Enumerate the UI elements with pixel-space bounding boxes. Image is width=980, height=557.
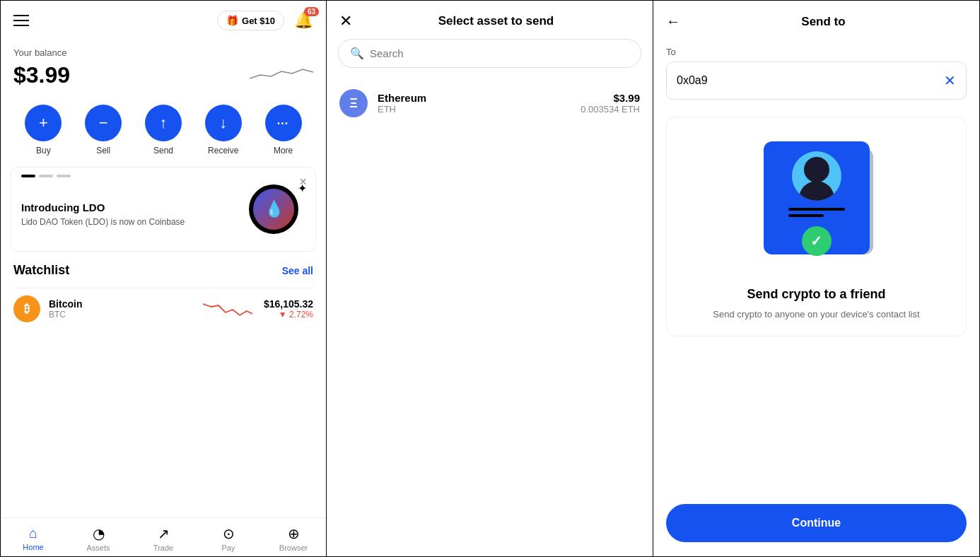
left-panel: 🎁 Get $10 🔔 63 Your balance $3.99 + Buy … <box>0 0 327 557</box>
pay-icon: ⊙ <box>223 525 235 542</box>
right-panel: ← Send to To 0x0a9 ✕ <box>653 0 980 557</box>
nav-assets[interactable]: ◔ Assets <box>66 518 131 556</box>
address-value: 0x0a9 <box>677 74 944 87</box>
address-input-row: 0x0a9 ✕ <box>666 61 967 100</box>
middle-header: ✕ Select asset to send <box>327 1 653 39</box>
balance-section: Your balance $3.99 <box>1 40 326 99</box>
nav-assets-label: Assets <box>86 544 110 552</box>
trade-icon: ↗ <box>158 525 170 542</box>
buy-icon: + <box>25 105 62 141</box>
bitcoin-price-info: $16,105.32 ▼ 2.72% <box>264 298 313 319</box>
middle-panel-title: Select asset to send <box>352 14 640 28</box>
bottom-nav: ⌂ Home ◔ Assets ↗ Trade ⊙ Pay ⊕ Browser <box>1 517 326 556</box>
promo-text: Introducing LDO Lido DAO Token (LDO) is … <box>21 201 185 228</box>
nav-pay-label: Pay <box>222 544 235 552</box>
clear-address-button[interactable]: ✕ <box>944 72 956 89</box>
sell-label: Sell <box>96 146 110 156</box>
sell-button[interactable]: − Sell <box>85 105 122 156</box>
buy-label: Buy <box>36 146 51 156</box>
ldo-inner: 💧 <box>253 189 294 230</box>
right-header: ← Send to <box>653 1 979 40</box>
promo-dot-3 <box>57 175 71 177</box>
ethereum-asset-item[interactable]: Ξ Ethereum ETH $3.99 0.003534 ETH <box>327 79 653 127</box>
watchlist-title: Watchlist <box>13 263 69 278</box>
more-icon: ••• <box>265 105 302 141</box>
buy-button[interactable]: + Buy <box>25 105 62 156</box>
bitcoin-icon: ₿ <box>13 295 40 322</box>
promo-description: Lido DAO Token (LDO) is now on Coinbase <box>21 216 185 228</box>
action-buttons: + Buy − Sell ↑ Send ↓ Receive ••• More <box>1 99 326 167</box>
avatar-body <box>799 181 834 201</box>
ethereum-value: $3.99 0.003534 ETH <box>581 92 640 115</box>
nav-browser[interactable]: ⊕ Browser <box>261 518 326 556</box>
ethereum-price: $3.99 <box>581 92 640 104</box>
promo-banner: × Introducing LDO Lido DAO Token (LDO) i… <box>11 167 316 252</box>
search-input[interactable] <box>370 47 629 59</box>
receive-icon: ↓ <box>205 105 242 141</box>
balance-label: Your balance <box>13 47 313 58</box>
header-right: 🎁 Get $10 🔔 63 <box>217 11 313 30</box>
bitcoin-price: $16,105.32 <box>264 298 313 310</box>
sell-icon: − <box>85 105 122 141</box>
right-panel-title: Send to <box>680 15 967 29</box>
receive-label: Receive <box>208 146 238 156</box>
see-all-link[interactable]: See all <box>282 265 313 276</box>
home-icon: ⌂ <box>29 525 37 541</box>
ethereum-icon: Ξ <box>339 89 368 117</box>
ethereum-info: Ethereum ETH <box>378 92 581 115</box>
card-lines <box>788 208 845 217</box>
bitcoin-chart <box>203 297 252 322</box>
nav-pay[interactable]: ⊙ Pay <box>196 518 261 556</box>
notification-button[interactable]: 🔔 63 <box>294 11 313 30</box>
star-icon: ✦ <box>298 182 307 195</box>
close-button[interactable]: ✕ <box>339 13 352 29</box>
friend-illustration: ✓ <box>746 134 887 276</box>
send-icon: ↑ <box>145 105 182 141</box>
nav-home-label: Home <box>23 543 43 551</box>
ldo-logo: 💧 ✦ <box>249 184 305 241</box>
bitcoin-symbol: BTC <box>49 310 192 319</box>
ethereum-amount: 0.003534 ETH <box>581 104 640 115</box>
watchlist-section: Watchlist See all ₿ Bitcoin BTC $16,105.… <box>1 252 326 329</box>
menu-button[interactable] <box>13 15 29 26</box>
ldo-drop-icon: 💧 <box>264 200 284 218</box>
promo-dot-2 <box>39 175 53 177</box>
notification-badge: 63 <box>304 7 319 16</box>
gift-icon: 🎁 <box>226 15 238 26</box>
friend-description: Send crypto to anyone on your device's c… <box>713 307 919 322</box>
assets-icon: ◔ <box>93 525 105 542</box>
friend-title: Send crypto to a friend <box>747 287 885 302</box>
bitcoin-change: ▼ 2.72% <box>264 310 313 319</box>
search-icon: 🔍 <box>350 47 364 60</box>
promo-title: Introducing LDO <box>21 201 185 213</box>
watchlist-item[interactable]: ₿ Bitcoin BTC $16,105.32 ▼ 2.72% <box>13 288 313 329</box>
get-money-button[interactable]: 🎁 Get $10 <box>217 11 284 30</box>
send-button[interactable]: ↑ Send <box>145 105 182 156</box>
send-to-section: To 0x0a9 ✕ <box>653 40 979 107</box>
nav-home[interactable]: ⌂ Home <box>1 518 66 556</box>
bitcoin-name: Bitcoin <box>49 298 192 310</box>
balance-amount: $3.99 <box>13 62 70 88</box>
get-money-label: Get $10 <box>242 16 275 26</box>
continue-button[interactable]: Continue <box>666 504 967 542</box>
search-bar: 🔍 <box>338 39 641 68</box>
nav-trade-label: Trade <box>153 544 173 552</box>
left-header: 🎁 Get $10 🔔 63 <box>1 1 326 40</box>
more-button[interactable]: ••• More <box>265 105 302 156</box>
nav-trade[interactable]: ↗ Trade <box>131 518 196 556</box>
ldo-circle: 💧 <box>249 184 298 234</box>
ethereum-symbol: ETH <box>378 104 581 115</box>
ethereum-name: Ethereum <box>378 92 581 104</box>
avatar-circle <box>792 151 841 201</box>
receive-button[interactable]: ↓ Receive <box>205 105 242 156</box>
back-button[interactable]: ← <box>666 13 680 30</box>
bitcoin-info: Bitcoin BTC <box>49 298 192 319</box>
more-label: More <box>274 146 293 156</box>
nav-browser-label: Browser <box>279 544 308 552</box>
continue-button-row: Continue <box>653 494 979 556</box>
middle-panel: ✕ Select asset to send 🔍 Ξ Ethereum ETH … <box>327 0 653 557</box>
to-label: To <box>666 47 967 57</box>
send-friend-card: ✓ Send crypto to a friend Send crypto to… <box>666 117 967 336</box>
eth-symbol-text: Ξ <box>349 96 358 111</box>
promo-dot-1 <box>21 175 35 177</box>
